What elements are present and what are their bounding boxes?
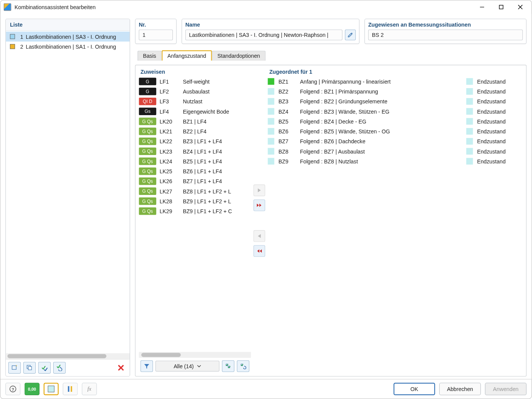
load-type-tag: Gs — [139, 108, 156, 115]
window-title: Kombinationsassistent bearbeiten — [14, 4, 472, 10]
assign-row[interactable]: G QsLK22BZ3 | LF1 + LF4 — [139, 136, 251, 146]
add-one-button[interactable] — [253, 185, 265, 196]
load-code: LK22 — [160, 138, 179, 144]
state-swatch — [268, 118, 274, 125]
assign-row[interactable]: G QsLK25BZ6 | LF1 + LF4 — [139, 166, 251, 176]
assign-row[interactable]: G QsLK20BZ1 | LF4 — [139, 116, 251, 126]
remove-all-button[interactable] — [253, 245, 265, 257]
assigned-row[interactable]: BZ8Folgend : BZ7 | AusbaulastEndzustand — [268, 146, 522, 156]
svg-rect-6 — [28, 367, 32, 370]
assign-row[interactable]: G QsLK27BZ8 | LF1 + LF2 + L — [139, 186, 251, 196]
load-desc: BZ2 | LF4 — [183, 128, 249, 134]
load-type-tag: G Qs — [139, 168, 156, 175]
tab-basis[interactable]: Basis — [138, 51, 162, 60]
bz-code: BZ4 — [279, 108, 297, 114]
assign-row[interactable]: QI DLF3Nutzlast — [139, 97, 251, 106]
assigned-row[interactable]: BZ3Folgend : BZ2 | GründungselementeEndz… — [268, 97, 522, 106]
end-label: Endzustand — [477, 98, 522, 104]
assign-row[interactable]: GLF2Ausbaulast — [139, 86, 251, 96]
nr-input[interactable]: 1 — [139, 30, 173, 40]
assigned-input[interactable]: BS 2 — [368, 30, 523, 40]
nr-label: Nr. — [139, 21, 173, 30]
assigned-row[interactable]: BZ5Folgend : BZ4 | Decke - EGEndzustand — [268, 116, 522, 126]
assigned-row[interactable]: BZ1Anfang | Primärspannung - linearisier… — [268, 76, 522, 86]
end-label: Endzustand — [477, 108, 522, 114]
assign-row[interactable]: GLF1Self-weight — [139, 76, 251, 86]
assign-row[interactable]: G QsLK24BZ5 | LF1 + LF4 — [139, 156, 251, 166]
bz-code: BZ8 — [279, 148, 297, 154]
assigned-row[interactable]: BZ9Folgend : BZ8 | NutzlastEndzustand — [268, 156, 522, 166]
list-item[interactable]: 1Lastkombinationen | SA3 - I. Ordnung — [6, 32, 130, 41]
load-desc: BZ9 | LF1 + LF2 + C — [183, 208, 249, 214]
assign-list[interactable]: GLF1Self-weightGLF2AusbaulastQI DLF3Nutz… — [139, 76, 251, 352]
assigned-header: Zugeordnet für 1 — [268, 68, 522, 76]
formula-button[interactable]: fx — [82, 383, 97, 395]
assigned-list[interactable]: BZ1Anfang | Primärspannung - linearisier… — [268, 76, 522, 373]
bz-desc: Folgend : BZ5 | Wände, Stützen - OG — [300, 128, 463, 134]
ok-button[interactable]: OK — [394, 383, 435, 395]
assigned-row[interactable]: BZ6Folgend : BZ5 | Wände, Stützen - OGEn… — [268, 126, 522, 136]
assign-row[interactable]: G QsLK26BZ7 | LF1 + LF4 — [139, 176, 251, 186]
list-h-scrollbar[interactable] — [6, 353, 130, 359]
close-button[interactable] — [511, 1, 530, 13]
assigned-row[interactable]: BZ2Folgend : BZ1 | PrimärspannungEndzust… — [268, 86, 522, 96]
copy-item-button[interactable] — [23, 362, 36, 374]
end-swatch — [466, 98, 473, 104]
load-desc: Self-weight — [183, 78, 249, 84]
load-type-tag: G Qs — [139, 187, 156, 195]
name-input[interactable]: Lastkombinationen | SA3 - I. Ordnung | N… — [185, 30, 342, 40]
assigned-row[interactable]: BZ4Folgend : BZ3 | Wände, Stützen - EGEn… — [268, 106, 522, 116]
cancel-button[interactable]: Abbrechen — [439, 383, 481, 395]
maximize-button[interactable] — [492, 1, 511, 13]
assign-row[interactable]: GsLF4Eigengewicht Bode — [139, 106, 251, 116]
load-type-tag: G Qs — [139, 177, 156, 185]
edit-name-button[interactable] — [345, 30, 356, 40]
bz-desc: Folgend : BZ1 | Primärspannung — [300, 88, 463, 94]
tab-bar: BasisAnfangszustandStandardoptionen — [135, 48, 526, 61]
load-type-tag: G — [139, 88, 156, 95]
state-swatch — [268, 78, 274, 85]
assign-row[interactable]: G QsLK28BZ9 | LF1 + LF2 + L — [139, 196, 251, 206]
svg-rect-1 — [499, 5, 503, 9]
color-swatch — [10, 44, 15, 49]
transfer-buttons — [251, 68, 268, 373]
list-tree[interactable]: 1Lastkombinationen | SA3 - I. Ordnung2La… — [6, 31, 130, 353]
remove-one-button[interactable] — [253, 230, 265, 242]
nr-field-group: Nr. 1 — [135, 19, 176, 44]
assign-row[interactable]: G QsLK23BZ4 | LF1 + LF4 — [139, 146, 251, 156]
select-all-button[interactable] — [222, 360, 234, 372]
filter-combo[interactable]: Alle (14) — [155, 361, 219, 371]
units-button[interactable]: 0,00 — [25, 383, 40, 395]
end-label: Endzustand — [477, 128, 522, 134]
tab-standardoptionen[interactable]: Standardoptionen — [212, 51, 266, 60]
list-panel: Liste 1Lastkombinationen | SA3 - I. Ordn… — [5, 19, 130, 377]
assign-h-scrollbar[interactable] — [139, 352, 251, 358]
add-all-button[interactable] — [253, 200, 265, 211]
load-code: LF3 — [160, 98, 179, 104]
help-button[interactable]: ? — [5, 383, 20, 395]
load-code: LF1 — [160, 78, 179, 84]
load-type-tag: G Qs — [139, 157, 156, 165]
check-refresh-button[interactable] — [53, 362, 66, 374]
assign-row[interactable]: G QsLK29BZ9 | LF1 + LF2 + C — [139, 206, 251, 216]
load-desc: BZ9 | LF1 + LF2 + L — [183, 198, 249, 204]
end-swatch — [466, 138, 473, 144]
load-type-tag: G Qs — [139, 138, 156, 145]
new-item-button[interactable] — [8, 362, 21, 374]
filter-button[interactable] — [141, 360, 153, 372]
bz-desc: Folgend : BZ4 | Decke - EG — [300, 118, 463, 124]
refresh-selection-button[interactable] — [237, 360, 249, 372]
check-all-button[interactable] — [38, 362, 51, 374]
minimize-button[interactable] — [472, 1, 491, 13]
end-label: Endzustand — [477, 118, 522, 124]
state-swatch — [268, 88, 274, 95]
assigned-row[interactable]: BZ7Folgend : BZ6 | DachdeckeEndzustand — [268, 136, 522, 146]
apply-button[interactable]: Anwenden — [485, 383, 526, 395]
tab-anfangszustand[interactable]: Anfangszustand — [162, 50, 212, 60]
assign-row[interactable]: G QsLK21BZ2 | LF4 — [139, 126, 251, 136]
sort-button[interactable] — [63, 383, 78, 395]
color-button[interactable] — [44, 383, 59, 395]
list-item[interactable]: 2Lastkombinationen | SA1 - I. Ordnung — [6, 41, 130, 51]
delete-item-button[interactable] — [115, 362, 127, 374]
state-swatch — [268, 98, 274, 104]
